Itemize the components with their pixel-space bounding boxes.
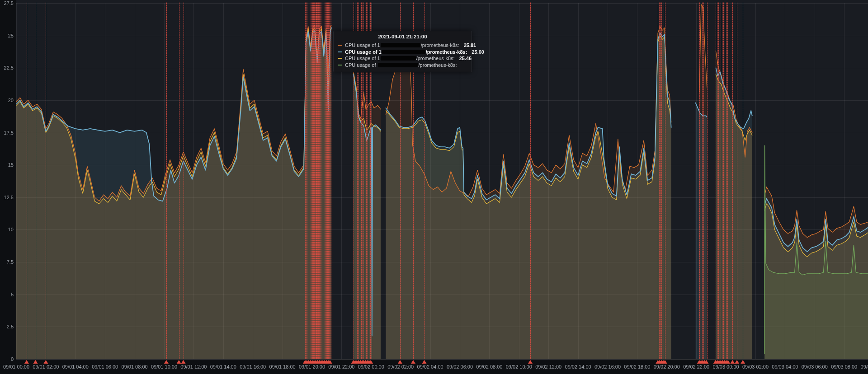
x-axis-tick-label: 09/01 22:00 [328,364,354,369]
series-color-dash-icon [338,58,342,59]
x-axis-tick-label: 09/01 02:00 [33,364,59,369]
x-axis-tick-label: 09/01 18:00 [269,364,296,369]
x-axis-tick-label: 09/02 00:00 [358,364,384,369]
redaction-blob [381,56,416,61]
tooltip-series-row: CPU usage of 1/prometheus-k8s:25.46 [338,55,467,62]
x-axis-tick-label: 09/02 18:00 [624,364,650,369]
x-axis-tick-label: 09/03 02:00 [742,364,769,369]
y-axis-tick-label: 10 [0,227,14,232]
redaction-blob [382,50,425,54]
series-color-dash-icon [338,65,342,65]
x-axis-tick-label: 09/03 04:00 [772,364,798,369]
x-axis-tick-label: 09/02 22:00 [683,364,709,369]
y-axis-tick-label: 22.5 [0,65,14,70]
y-axis-tick-label: 7.5 [0,259,14,265]
x-axis-tick-label: 09/02 16:00 [594,364,621,369]
y-axis-tick-label: 2.5 [0,324,14,329]
x-axis-tick-label: 09/02 14:00 [565,364,591,369]
y-axis-tick-label: 15 [0,162,14,168]
series-label: CPU usage of 1/prometheus-k8s: [345,42,459,49]
x-axis-tick-label: 09/01 12:00 [180,364,207,369]
series-value: 25.46 [455,55,472,62]
y-axis-tick-label: 27.5 [0,0,14,6]
x-axis-tick-label: 09/01 04:00 [62,364,89,369]
x-axis-tick-label: 09/02 20:00 [654,364,680,369]
tooltip-timestamp: 2021-09-01 21:21:00 [338,34,467,39]
y-axis-tick-label: 5 [0,292,14,297]
x-axis-tick-label: 09/02 10:00 [506,364,532,369]
x-axis-tick-label: 09/02 08:00 [476,364,502,369]
tooltip-series-row: CPU usage of /prometheus-k8s: [338,62,467,69]
x-axis-tick-label: 09/01 16:00 [240,364,266,369]
x-axis-tick-label: 09/03 06:00 [802,364,828,369]
tooltip-series-row: CPU usage of 1/prometheus-k8s:25.81 [338,42,467,49]
series-label: CPU usage of 1/prometheus-k8s: [345,49,467,56]
y-axis-tick-label: 0 [0,356,14,362]
graph-tooltip: 2021-09-01 21:21:00 CPU usage of 1/prome… [333,31,472,72]
y-axis-tick-label: 20 [0,98,14,103]
x-axis-tick-label: 09/01 08:00 [122,364,148,369]
series-color-dash-icon [338,45,342,46]
y-axis-tick-label: 17.5 [0,130,14,136]
grafana-graph-panel: 02.557.51012.51517.52022.52527.5 09/01 0… [0,0,868,374]
series-value: 25.81 [459,42,476,49]
x-axis-tick-label: 09/03 08:00 [831,364,857,369]
x-axis-tick-label: 09/01 14:00 [210,364,236,369]
x-axis-tick-label: 09/01 06:00 [92,364,118,369]
redaction-blob [381,43,420,47]
series-color-dash-icon [338,51,342,52]
x-axis-tick-label: 09/01 20:00 [299,364,325,369]
x-axis-tick-label: 09/01 10:00 [151,364,177,369]
tooltip-series-row: CPU usage of 1/prometheus-k8s:25.60 [338,49,467,56]
x-axis-tick-label: 09/01 00:00 [3,364,29,369]
x-axis-tick-label: 09/02 04:00 [417,364,443,369]
series-value: 25.60 [467,49,484,56]
x-axis-tick-label: 09/02 12:00 [535,364,561,369]
redaction-blob [378,63,418,67]
x-axis-tick-label: 09/03 10:00 [861,364,868,369]
x-axis-tick-label: 09/02 06:00 [447,364,473,369]
y-axis-tick-label: 25 [0,33,14,38]
series-label: CPU usage of 1/prometheus-k8s: [345,55,455,62]
series-label: CPU usage of /prometheus-k8s: [345,62,457,69]
x-axis-tick-label: 09/03 00:00 [713,364,739,369]
y-axis-tick-label: 12.5 [0,195,14,200]
tooltip-rows: CPU usage of 1/prometheus-k8s:25.81CPU u… [338,42,467,68]
x-axis-tick-label: 09/02 02:00 [387,364,414,369]
